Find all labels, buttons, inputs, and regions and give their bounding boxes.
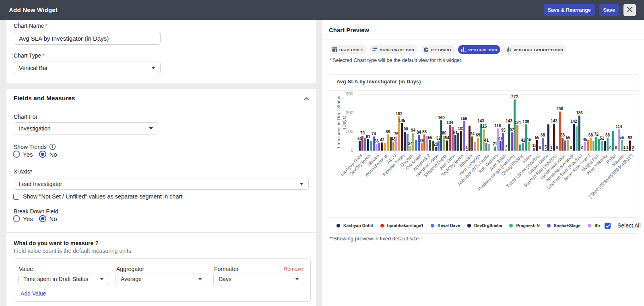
chip-vertical-bar[interactable]: VERTICAL BAR bbox=[458, 45, 500, 54]
remove-link[interactable]: Remove bbox=[284, 266, 303, 272]
bar-value-label: 118 bbox=[494, 124, 501, 128]
bar-value-label: 7 bbox=[505, 145, 508, 149]
close-button[interactable] bbox=[623, 4, 636, 16]
select-all-checkbox[interactable] bbox=[605, 223, 611, 229]
measure-title: What do you want to measure ? bbox=[14, 240, 99, 246]
bar-39 bbox=[469, 126, 471, 151]
legend-item[interactable]: Pragnesh N bbox=[509, 223, 539, 228]
legend-item[interactable]: Sneha+Stage bbox=[547, 223, 580, 228]
bar-58 bbox=[522, 143, 524, 151]
bar-57 bbox=[519, 145, 521, 151]
bar-20 bbox=[415, 140, 417, 151]
bar-value-label: 143 bbox=[551, 119, 557, 123]
chip-label: PIE CHART bbox=[431, 48, 452, 52]
chart-legend: Kashyap Gohilbprabhakarstage1Keval DaveD… bbox=[329, 217, 638, 233]
value-select[interactable]: Time spent in Draft Status bbox=[18, 273, 109, 285]
bar-value-label: 86 bbox=[422, 130, 427, 134]
chip-label: DATA TABLE bbox=[339, 48, 363, 52]
bar-6 bbox=[376, 144, 378, 151]
fields-measures-card: Fields and Measures Chart For Investigat… bbox=[6, 89, 316, 306]
bar-value-label: 85 bbox=[386, 130, 390, 134]
bar-value-label: 61 bbox=[366, 134, 370, 139]
value-label: Value bbox=[19, 266, 33, 272]
legend-item[interactable]: DevOrgSneha bbox=[467, 223, 502, 228]
bar-value-label: 56 bbox=[566, 135, 570, 140]
aggregator-select[interactable]: Average bbox=[116, 273, 207, 285]
widget-form: Chart Name* Avg SLA by Investigator (in … bbox=[6, 20, 316, 306]
bar-71 bbox=[559, 112, 561, 151]
bar-value-label: 114 bbox=[615, 124, 622, 129]
bar-value-label: 68 bbox=[588, 133, 593, 137]
bar-40 bbox=[471, 136, 473, 151]
show-trends-radios: Yes No bbox=[13, 151, 64, 158]
legend-item[interactable]: bprabhakarstage1 bbox=[380, 223, 423, 228]
not-set-checkbox[interactable] bbox=[13, 194, 19, 200]
bar-value-label: 74 bbox=[372, 132, 376, 136]
select-all-cell: Select All bbox=[600, 218, 641, 234]
show-trends-yes-radio[interactable] bbox=[13, 151, 20, 158]
chevron-down-icon bbox=[299, 183, 303, 185]
chevron-down-icon bbox=[198, 278, 202, 280]
legend-item[interactable]: Shivani bbox=[588, 223, 600, 228]
bar-0 bbox=[359, 141, 361, 151]
y-tick-200: 200 bbox=[337, 110, 353, 115]
show-trends-no-radio[interactable] bbox=[39, 151, 46, 158]
bar-81 bbox=[587, 140, 589, 151]
info-icon[interactable] bbox=[49, 143, 56, 150]
chart-for-select[interactable]: Investigation bbox=[14, 122, 158, 134]
formatter-select[interactable]: Days bbox=[213, 273, 304, 285]
bar-45 bbox=[485, 143, 487, 151]
legend-item[interactable]: Keval Dave bbox=[431, 223, 460, 228]
legend-label: Shivani bbox=[594, 223, 600, 228]
bar-83 bbox=[592, 141, 594, 151]
chip-label: VERTICAL BAR bbox=[468, 48, 497, 52]
legend-item[interactable]: Kashyap Gohil bbox=[336, 223, 373, 228]
bar-value-label: 2 bbox=[632, 145, 634, 150]
bar-value-label: 0 bbox=[570, 146, 572, 150]
select-all-label: Select All bbox=[617, 222, 641, 229]
chart-type-select[interactable]: Vertical Bar bbox=[14, 62, 161, 74]
add-value-link[interactable]: Add Value bbox=[21, 290, 46, 297]
save-button[interactable]: Save bbox=[599, 4, 619, 16]
chip-pie-chart[interactable]: PIE CHART bbox=[421, 45, 455, 54]
bar-28 bbox=[438, 141, 440, 151]
chart-type-note: * Selected Chart type will be the defaul… bbox=[329, 58, 462, 63]
bar-value-label: 142 bbox=[570, 119, 577, 124]
break-down-yes-radio[interactable] bbox=[13, 215, 20, 222]
bar-value-label: 56 bbox=[428, 135, 432, 140]
break-down-radios: Yes No bbox=[13, 215, 64, 222]
bar-chart-plot: 0100200300507961743642854876182145100249… bbox=[357, 94, 634, 151]
legend-label: Pragnesh N bbox=[516, 223, 539, 228]
legend-label: DevOrgSneha bbox=[474, 223, 502, 228]
y-tick-0: 0 bbox=[337, 148, 353, 153]
chart-for-label: Chart For bbox=[14, 114, 37, 120]
bar-13 bbox=[395, 136, 397, 151]
bar-76 bbox=[573, 124, 575, 151]
bar-value-label: 139 bbox=[522, 120, 529, 124]
legend-dot bbox=[431, 224, 434, 227]
show-trends-label: Show Trends bbox=[14, 144, 47, 150]
bar-93 bbox=[621, 140, 623, 151]
chip-vertical-grouped-bar[interactable]: VERTICAL GROUPED BAR bbox=[504, 45, 566, 54]
chip-label: HORIZONTAL BAR bbox=[380, 48, 414, 52]
measure-subtitle: Field value count is the default measuri… bbox=[14, 248, 133, 254]
chart-type-chips: DATA TABLEHORIZONTAL BARPIE CHARTVERTICA… bbox=[329, 45, 566, 54]
legend-dot bbox=[467, 224, 471, 227]
bar-4 bbox=[370, 141, 372, 151]
save-rearrange-button[interactable]: Save & Rearrange bbox=[544, 4, 595, 16]
not-set-checkbox-label: Show "Not Set / Unfilled" values as sepa… bbox=[23, 193, 182, 200]
chip-data-table[interactable]: DATA TABLE bbox=[329, 45, 366, 54]
chip-horizontal-bar[interactable]: HORIZONTAL BAR bbox=[369, 45, 417, 54]
bar-35 bbox=[457, 133, 459, 151]
collapse-chevron-icon[interactable] bbox=[304, 96, 309, 101]
y-tick-300: 300 bbox=[337, 91, 353, 96]
break-down-no-radio[interactable] bbox=[39, 215, 46, 222]
x-axis-select[interactable]: Lead Investigator bbox=[14, 178, 309, 190]
bar-27 bbox=[435, 147, 437, 151]
chart-name-input[interactable]: Avg SLA by Investigator (in Days) bbox=[14, 32, 161, 45]
bar-60 bbox=[528, 142, 530, 151]
bar-86 bbox=[601, 141, 603, 151]
bar-94 bbox=[623, 150, 625, 151]
bar-value-label: 182 bbox=[396, 112, 402, 116]
bar-value-label: 74 bbox=[470, 132, 475, 136]
